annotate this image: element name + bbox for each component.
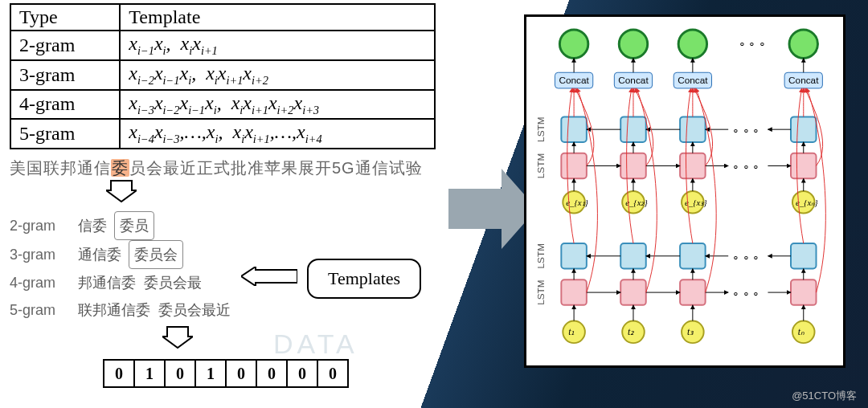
- sentence-pre: 美国联邦通信: [10, 159, 111, 177]
- svg-text:Concat: Concat: [678, 75, 708, 86]
- svg-text:tₙ: tₙ: [798, 326, 805, 337]
- svg-rect-19: [680, 116, 706, 142]
- row-5gram-tpl: xi−4xi−3,…,xi, xixi+1,…,xi+4: [120, 119, 435, 149]
- upper-bilstm: e_{x₁} e_{x₂} e_{x₃} e_{xₙ} ∘ ∘ ∘ ∘ ∘ ∘: [561, 116, 818, 213]
- svg-rect-23: [680, 153, 706, 179]
- bv-5: 0: [256, 360, 287, 387]
- svg-rect-51: [561, 243, 587, 269]
- svg-text:∘ ∘ ∘: ∘ ∘ ∘: [732, 288, 760, 300]
- bv-6: 0: [287, 360, 317, 387]
- bv-4: 0: [226, 360, 256, 387]
- svg-text:∘ ∘ ∘: ∘ ∘ ∘: [732, 124, 760, 137]
- svg-text:t₂: t₂: [628, 326, 634, 337]
- lbl-4g: 4-gram: [10, 269, 74, 296]
- sentence-highlight: 委: [111, 159, 129, 177]
- svg-point-2: [678, 30, 706, 58]
- svg-rect-18: [620, 116, 646, 142]
- svg-text:LSTM: LSTM: [535, 279, 547, 305]
- down-arrow-2-icon: [162, 325, 193, 349]
- lbl-2g: 2-gram: [10, 212, 74, 239]
- svg-point-0: [559, 30, 588, 58]
- row-4gram-type: 4-gram: [10, 90, 120, 120]
- seg-4g-b: 委员会最: [144, 275, 202, 291]
- templates-box: Templates: [307, 259, 421, 299]
- svg-text:t₁: t₁: [568, 326, 575, 337]
- svg-point-1: [619, 30, 647, 58]
- seg-2g-b: 委员: [114, 211, 154, 240]
- svg-rect-20: [791, 116, 817, 142]
- seg-5g-b: 委员会最近: [158, 302, 231, 318]
- row-5gram-type: 5-gram: [10, 119, 120, 149]
- svg-rect-21: [561, 153, 587, 179]
- left-arrow-icon: [241, 267, 297, 286]
- svg-rect-54: [791, 243, 817, 269]
- bv-0: 0: [104, 360, 134, 387]
- svg-rect-55: [561, 279, 587, 305]
- svg-text:∘ ∘ ∘: ∘ ∘ ∘: [739, 38, 766, 50]
- lbl-3g: 3-gram: [10, 241, 74, 268]
- svg-rect-52: [620, 243, 646, 269]
- seg-5g-a: 联邦通信委: [78, 302, 150, 318]
- svg-text:Concat: Concat: [559, 75, 589, 86]
- sentence-post: 员会最近正式批准苹果展开5G通信试验: [129, 159, 423, 177]
- th-template: Template: [120, 4, 435, 31]
- seg-4g-a: 邦通信委: [78, 275, 136, 291]
- svg-rect-53: [680, 243, 706, 269]
- row-2gram-tpl: xi−1xi, xixi+1: [120, 31, 435, 60]
- lbl-5g: 5-gram: [10, 296, 74, 324]
- svg-text:t₃: t₃: [687, 326, 694, 337]
- svg-text:∘ ∘ ∘: ∘ ∘ ∘: [732, 251, 760, 263]
- down-arrow-icon: [106, 179, 137, 203]
- svg-text:∘ ∘ ∘: ∘ ∘ ∘: [732, 161, 760, 173]
- svg-rect-24: [791, 153, 817, 179]
- svg-text:LSTM: LSTM: [535, 153, 547, 179]
- bv-2: 0: [165, 360, 195, 387]
- seg-2g-a: 信委: [78, 218, 107, 234]
- th-type: Type: [10, 4, 120, 31]
- row-3gram-type: 3-gram: [10, 60, 120, 90]
- svg-text:LSTM: LSTM: [535, 243, 547, 269]
- row-4gram-tpl: xi−3xi−2xi−1xi, xixi+1xi+2xi+3: [120, 90, 435, 120]
- credit-text: @51CTO博客: [792, 389, 857, 403]
- svg-text:LSTM: LSTM: [535, 116, 547, 142]
- seg-3g-a: 通信委: [78, 247, 121, 263]
- svg-text:Concat: Concat: [618, 75, 649, 86]
- bv-1: 1: [134, 360, 165, 387]
- svg-point-3: [789, 30, 817, 58]
- row-3gram-tpl: xi−2xi−1xi, xixi+1xi+2: [120, 60, 435, 90]
- lower-bilstm: t₁ t₂ t₃ tₙ ∘ ∘ ∘ ∘ ∘ ∘: [561, 243, 816, 343]
- svg-rect-57: [680, 279, 706, 305]
- svg-rect-56: [620, 279, 646, 305]
- bv-7: 0: [317, 360, 348, 387]
- left-panel: Type Template 2-gram xi−1xi, xixi+1 3-gr…: [10, 3, 476, 388]
- example-sentence: 美国联邦通信委员会最近正式批准苹果展开5G通信试验: [10, 157, 476, 179]
- svg-rect-58: [791, 279, 817, 305]
- svg-text:Concat: Concat: [788, 75, 819, 86]
- network-diagram: ∘ ∘ ∘ Concat Concat Concat Concat: [524, 14, 845, 368]
- concat-row: Concat Concat Concat Concat: [555, 72, 822, 88]
- binary-vector: 0 1 0 1 0 0 0 0: [103, 359, 349, 388]
- svg-rect-22: [620, 153, 646, 179]
- row-2gram-type: 2-gram: [10, 31, 120, 60]
- svg-rect-17: [561, 116, 587, 142]
- output-row: ∘ ∘ ∘: [559, 30, 817, 58]
- bv-3: 1: [195, 360, 226, 387]
- seg-3g-b: 委员会: [129, 240, 183, 269]
- template-table: Type Template 2-gram xi−1xi, xixi+1 3-gr…: [10, 3, 436, 149]
